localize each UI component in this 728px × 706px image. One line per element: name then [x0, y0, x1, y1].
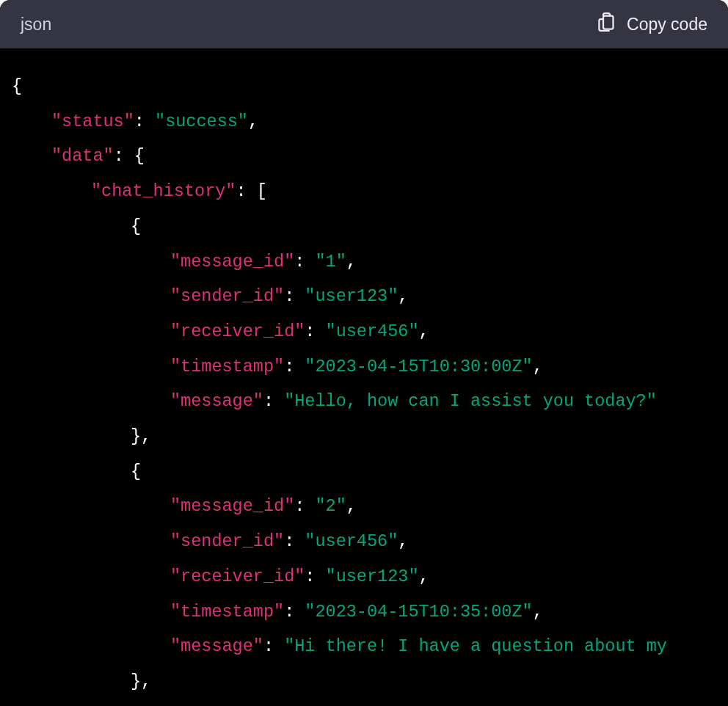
code-token: ,: [418, 567, 429, 586]
code-token: :: [305, 567, 325, 586]
json-string: "2023-04-15T10:30:00Z": [305, 357, 532, 376]
code-content: { "status": "success", "data": { "chat_h…: [0, 48, 728, 706]
json-key: "message_id": [170, 496, 294, 516]
json-key: "receiver_id": [170, 321, 305, 341]
code-block: json Copy code { "status": "success", "d…: [0, 0, 728, 706]
json-key: "receiver_id": [170, 567, 305, 586]
code-token: ,: [346, 252, 357, 272]
code-token: ,: [346, 496, 357, 516]
json-key: "message_id": [170, 252, 294, 272]
language-label: json: [21, 15, 51, 34]
code-token: :: [134, 112, 155, 131]
json-key: "chat_history": [91, 181, 236, 201]
code-token: :: [284, 357, 305, 376]
code-token: ,: [418, 321, 429, 341]
code-token: :: [294, 252, 315, 272]
code-token: ,: [248, 112, 258, 131]
code-token: :: [284, 602, 305, 622]
code-token: ,: [398, 531, 408, 551]
json-key: "message": [170, 636, 263, 656]
code-token: :: [263, 636, 284, 656]
json-string: "success": [155, 112, 248, 131]
json-key: "sender_id": [170, 531, 284, 551]
json-string: "user456": [326, 321, 419, 341]
json-key: "timestamp": [170, 357, 284, 376]
json-string: "Hello, how can I assist you today?": [284, 391, 657, 411]
json-string: "2": [315, 496, 346, 516]
json-string: "2023-04-15T10:35:00Z": [305, 602, 532, 622]
json-key: "data": [51, 146, 114, 166]
code-token: :: [263, 391, 284, 411]
copy-code-label: Copy code: [627, 15, 707, 34]
code-token: :: [284, 531, 305, 551]
code-token: :: [284, 286, 305, 306]
json-key: "sender_id": [170, 286, 284, 306]
code-token: :: [294, 496, 315, 516]
code-block-header: json Copy code: [0, 0, 728, 48]
code-token: : [: [236, 181, 266, 201]
code-token: :: [305, 321, 325, 341]
code-token: ,: [533, 357, 543, 376]
json-key: "timestamp": [170, 602, 284, 622]
code-token: ,: [533, 602, 543, 622]
code-token: {: [131, 216, 141, 236]
code-token: {: [131, 462, 141, 481]
code-token: {: [12, 76, 22, 96]
json-string: "Hi there! I have a question about my: [284, 636, 677, 656]
json-string: "user123": [305, 286, 398, 306]
svg-rect-0: [603, 15, 614, 29]
copy-code-button[interactable]: Copy code: [597, 12, 707, 37]
json-key: "message": [170, 391, 263, 411]
json-string: "1": [315, 252, 346, 272]
code-token: : {: [114, 146, 145, 166]
clipboard-icon: [597, 12, 616, 37]
json-string: "user456": [305, 531, 398, 551]
code-token: ,: [398, 286, 408, 306]
json-key: "status": [51, 112, 134, 131]
code-token: },: [131, 672, 151, 691]
json-string: "user123": [326, 567, 419, 586]
code-token: },: [131, 426, 151, 446]
